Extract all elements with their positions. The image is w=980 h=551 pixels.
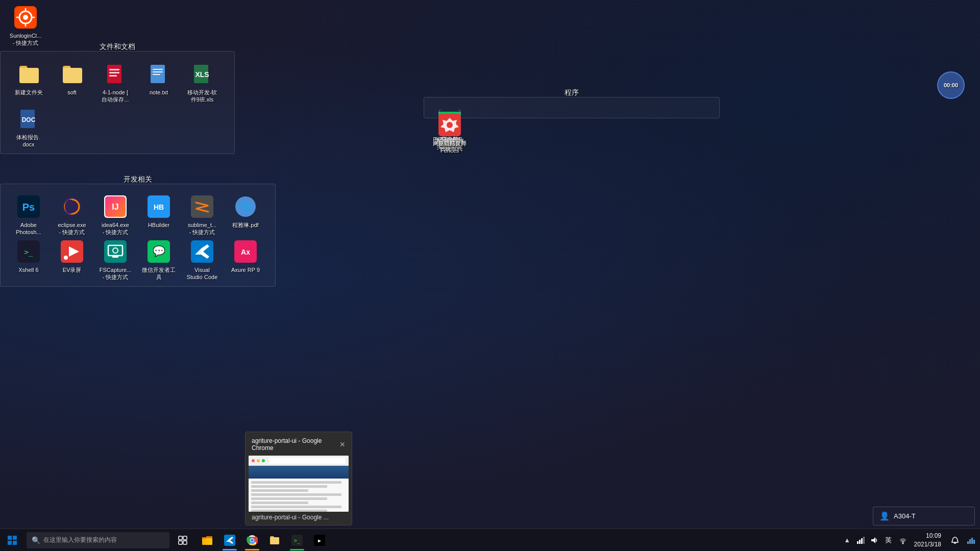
icon-pdf[interactable]: 🌐 程雅琳.pdf	[225, 194, 266, 237]
chrome-popup-header: agriture-portal-ui - Google Chrome ✕	[249, 435, 349, 454]
svg-text:>_: >_	[294, 538, 301, 544]
svg-rect-122	[183, 541, 187, 544]
svg-marker-140	[871, 537, 875, 543]
svg-text:💬: 💬	[153, 245, 165, 257]
chrome-popup-close-btn[interactable]: ✕	[339, 440, 346, 448]
svg-rect-7	[107, 65, 121, 83]
icon-xls[interactable]: XLS 移动开发-软件9班.xls	[182, 62, 223, 104]
notification-btn[interactable]	[947, 529, 963, 552]
task-view-btn[interactable]	[172, 529, 194, 552]
taskbar: 🔍 在这里输入你要搜索的内容	[0, 529, 980, 551]
preview-content	[249, 466, 349, 512]
svg-point-36	[64, 256, 68, 260]
svg-text:Ps: Ps	[22, 202, 35, 213]
icon-wechat-dev[interactable]: 💬 微信开发者工具	[138, 239, 179, 282]
icon-new-folder[interactable]: 新建文件夹	[8, 62, 49, 104]
taskbar-xshell[interactable]: >_	[286, 529, 308, 552]
svg-rect-137	[859, 540, 861, 544]
taskbar-search[interactable]: 🔍 在这里输入你要搜索的内容	[27, 532, 169, 548]
svg-rect-9	[109, 72, 119, 73]
search-icon: 🔍	[32, 536, 40, 544]
icon-driver-wizard[interactable]: 驱动精灵	[429, 113, 470, 147]
svg-text:Ax: Ax	[241, 248, 250, 256]
svg-rect-116	[13, 536, 17, 540]
icon-4-1-node[interactable]: 4-1-node [自动保存...	[95, 62, 136, 104]
icon-hbuilder[interactable]: HB HBuilder	[138, 194, 179, 237]
desktop-icon-sunlogin[interactable]: SunloginCl... - 快捷方式	[5, 5, 46, 47]
svg-rect-126	[206, 536, 212, 538]
network-icon[interactable]	[855, 535, 866, 545]
icon-soft[interactable]: soft	[52, 62, 92, 104]
icon-docx[interactable]: DOC 体检报告.docx	[8, 107, 49, 149]
svg-point-131	[251, 539, 254, 542]
dev-group: 开发相关 Ps AdobePhotosh...	[0, 184, 276, 287]
files-group-inner: 新建文件夹 soft	[8, 62, 227, 148]
input-method-icon[interactable]	[966, 535, 976, 545]
taskbar-chrome[interactable]	[241, 529, 263, 552]
taskbar-folder[interactable]	[263, 529, 286, 552]
chrome-popup-title: agriture-portal-ui - Google Chrome	[252, 437, 339, 452]
svg-rect-118	[13, 541, 17, 545]
svg-rect-10	[109, 75, 117, 77]
icon-sublime[interactable]: sublime_t...- 快捷方式	[182, 194, 223, 237]
svg-rect-136	[857, 541, 859, 544]
clock-date: 2021/3/18	[914, 540, 941, 549]
svg-rect-37	[104, 240, 127, 263]
preview-lines	[249, 479, 349, 512]
icon-eclipse[interactable]: eclipse.exe- 快捷方式	[52, 194, 92, 237]
tray-expand-btn[interactable]: ▲	[842, 535, 852, 545]
icon-idea[interactable]: IJ idea64.exe- 快捷方式	[95, 194, 136, 237]
svg-text:🌐: 🌐	[242, 203, 250, 211]
chrome-preview[interactable]	[249, 456, 349, 512]
close-dot	[252, 459, 255, 462]
svg-text:IJ: IJ	[112, 203, 118, 211]
svg-rect-14	[153, 74, 160, 75]
svg-text:>_: >_	[24, 248, 33, 257]
chrome-tab-title: agriture-portal-ui - Google ...	[249, 512, 349, 522]
icon-axure[interactable]: Ax Axure RP 9	[225, 239, 266, 282]
sunlogin-icon	[13, 5, 38, 30]
taskbar-tray: ▲ 英	[838, 529, 980, 552]
desktop: SunloginCl... - 快捷方式 00:00 文件和文档 新建文件夹	[0, 0, 980, 551]
svg-rect-119	[179, 536, 182, 540]
icon-xshell[interactable]: >_ Xshell 6	[8, 239, 49, 282]
chrome-popup: agriture-portal-ui - Google Chrome ✕	[245, 432, 352, 525]
svg-text:HB: HB	[154, 203, 164, 211]
svg-rect-40	[112, 256, 118, 258]
taskbar-terminal[interactable]: ▶	[308, 529, 331, 552]
svg-rect-143	[969, 539, 971, 544]
icon-note-txt[interactable]: note.txt	[138, 62, 179, 104]
icon-vscode[interactable]: VisualStudio Code	[182, 239, 223, 282]
start-button[interactable]	[0, 529, 24, 552]
taskbar-vscode[interactable]	[218, 529, 241, 552]
icon-ev[interactable]: EV录屏	[52, 239, 92, 282]
taskbar-file-explorer[interactable]	[196, 529, 218, 552]
ime-icon[interactable]: 英	[882, 535, 895, 545]
dev-group-title: 开发相关	[124, 175, 152, 184]
volume-icon[interactable]	[869, 535, 879, 545]
icon-photoshop[interactable]: Ps AdobePhotosh...	[8, 194, 49, 237]
program-group: 程序 此电脑	[424, 97, 720, 118]
wifi-icon[interactable]	[898, 535, 908, 545]
sunlogin-label-2: - 快捷方式	[10, 39, 41, 46]
svg-rect-13	[153, 71, 163, 72]
svg-rect-138	[861, 538, 863, 544]
files-group-title: 文件和文档	[100, 42, 135, 52]
svg-point-23	[65, 199, 75, 214]
language-indicator: 英	[883, 535, 894, 546]
svg-rect-142	[967, 541, 969, 544]
svg-rect-8	[109, 69, 119, 70]
svg-rect-121	[179, 541, 182, 544]
svg-point-2	[23, 15, 28, 20]
svg-rect-145	[973, 540, 975, 544]
taskbar-clock[interactable]: 10:09 2021/3/18	[911, 531, 944, 550]
svg-rect-120	[183, 536, 187, 540]
svg-rect-12	[153, 69, 163, 70]
svg-rect-139	[863, 537, 865, 544]
svg-text:▶: ▶	[318, 538, 321, 543]
time-circle: 00:00	[937, 71, 965, 99]
svg-rect-144	[971, 538, 973, 544]
icon-fscapture[interactable]: FSCapture...- 快捷方式	[95, 239, 136, 282]
svg-point-141	[902, 542, 903, 544]
svg-text:XLS: XLS	[195, 70, 209, 79]
